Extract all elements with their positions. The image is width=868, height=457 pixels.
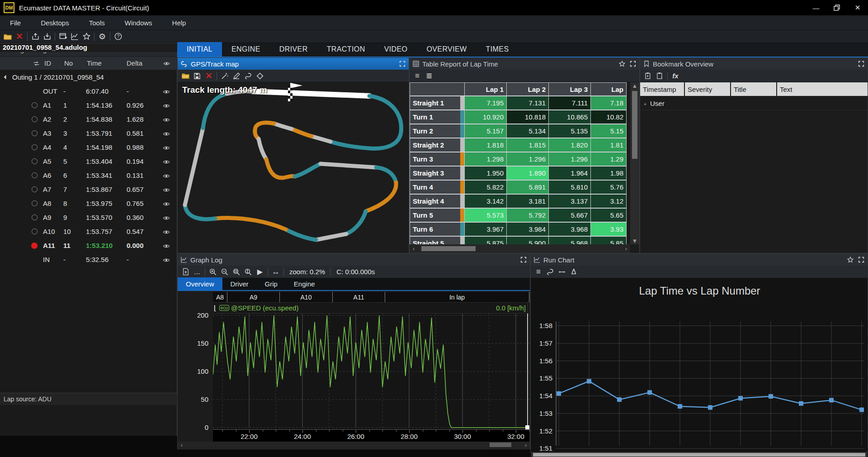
tab-initial[interactable]: INITIAL [177,42,222,57]
export-excel-button[interactable] [179,267,191,277]
sector-time-cell[interactable]: 1.296 [548,152,590,166]
lap-strip[interactable]: A8A9A10A11In lap [213,292,529,303]
menu-tools[interactable]: Tools [79,15,115,30]
sector-time-cell[interactable]: 5.134 [506,124,548,138]
add-window-button[interactable] [57,31,69,42]
sector-time-cell[interactable]: 3.12 [590,194,627,208]
visibility-eye-icon[interactable] [162,129,171,137]
lap-radio[interactable] [0,186,43,192]
sector-time-cell[interactable]: 3.93 [590,222,627,236]
group-expander-icon[interactable]: ▴ [640,101,650,106]
sector-time-cell[interactable]: 10.818 [506,110,548,124]
row-list-button[interactable]: ≡ [411,71,423,81]
sector-time-cell[interactable]: 10.920 [464,110,506,124]
log-row-a1[interactable]: A111:54.1360.926 [0,98,177,112]
log-row-a10[interactable]: A10101:53.7570.547 [0,224,177,238]
help-button[interactable] [112,31,124,42]
sector-time-cell[interactable]: 3.968 [548,222,590,236]
log-row-out[interactable]: OUT-6:07.40- [0,84,177,98]
lap-radio[interactable] [0,102,43,108]
sector-time-cell[interactable]: 5.573 [464,208,506,222]
visibility-eye-icon[interactable] [162,227,171,235]
open-track-button[interactable] [179,71,191,81]
lap-radio[interactable] [0,200,43,206]
sector-time-cell[interactable]: 5.65 [590,208,627,222]
scrollbar-thumb[interactable] [421,246,476,251]
zoom-region-button[interactable] [231,267,242,277]
zoom-out-button[interactable] [219,267,231,277]
log-row-a3[interactable]: A331:53.7910.581 [0,126,177,140]
close-log-button[interactable]: ✕ [14,31,25,42]
sector-time-cell[interactable]: 3.181 [506,194,548,208]
bm-col-timestamp[interactable]: Timestamp [640,82,684,96]
more-options-button[interactable]: ... [191,267,203,277]
sector-time-cell[interactable]: 10.82 [590,110,627,124]
col-id[interactable]: ID [43,59,64,67]
sector-time-cell[interactable]: 1.950 [464,166,506,180]
bm-col-title[interactable]: Title [731,82,776,96]
sector-time-cell[interactable]: 1.818 [464,138,506,152]
lasso-select-button[interactable] [242,71,254,81]
sector-time-cell[interactable]: 5.157 [464,124,506,138]
link-cursor-button[interactable] [556,267,568,277]
lap-radio[interactable] [0,130,43,136]
menu-desktops[interactable]: Desktops [31,15,79,30]
sector-time-cell[interactable]: 1.81 [590,138,627,152]
menu-windows[interactable]: Windows [115,15,162,30]
lap-table-hscrollbar[interactable]: ‹ › [410,244,630,253]
lap-table-vscrollbar[interactable]: ▲ ▼ [630,82,639,244]
visibility-eye-icon[interactable] [162,157,171,165]
visibility-eye-icon[interactable] [162,255,171,263]
sector-label[interactable]: Straight 1 [410,96,460,110]
lasso-select-button[interactable] [544,267,556,277]
sector-time-cell[interactable]: 5.810 [548,180,590,194]
sort-rows-button[interactable]: ≣ [423,71,435,81]
sector-label[interactable]: Straight 5 [410,236,460,244]
sector-time-cell[interactable]: 5.85 [590,236,627,244]
fit-width-button[interactable]: ↔ [270,267,282,277]
bookmark-header[interactable]: Bookmark Overview [640,58,868,70]
bookmark-group-row[interactable]: ▴ User [640,97,868,110]
log-row-a7[interactable]: A771:53.8670.657 [0,182,177,196]
sector-label[interactable]: Turn 3 [410,152,460,166]
save-track-button[interactable] [191,71,203,81]
scroll-down-icon[interactable]: ▼ [631,238,639,244]
expand-icon[interactable] [858,256,865,263]
sector-label[interactable]: Turn 4 [410,180,460,194]
lap-radio[interactable] [0,214,43,220]
log-row-in[interactable]: IN-5:32.56- [0,252,177,267]
sector-time-cell[interactable]: 7.195 [464,96,506,110]
col-header-lap1[interactable]: Lap 1 [464,82,506,96]
sector-time-cell[interactable]: 1.29 [590,152,627,166]
visibility-column-icon[interactable] [162,59,171,67]
swap-icon[interactable] [33,59,43,67]
import-button[interactable] [41,31,53,42]
graph-tab-overview[interactable]: Overview [178,277,222,290]
lap-strip-a10[interactable]: A10 [280,292,333,302]
tab-traction[interactable]: TRACTION [317,42,375,57]
minimize-button[interactable]: — [806,0,826,15]
export-button[interactable] [29,31,41,42]
tab-overview[interactable]: OVERVIEW [417,42,476,57]
col-header-lap4[interactable]: Lap [590,82,627,96]
sector-time-cell[interactable]: 1.964 [548,166,590,180]
restore-button[interactable] [826,0,847,15]
lap-radio[interactable] [0,144,43,150]
graph-log-scrollbar[interactable]: ‹ › [178,442,530,448]
signal-legend[interactable]: ⌊ ecu @SPEED (ecu.speed) 0.0 [km/h] [213,303,529,314]
graph-tab-grip[interactable]: Grip [257,277,286,290]
settings-button[interactable]: ⚙ [96,31,108,42]
expand-icon[interactable] [399,60,406,67]
bm-col-text[interactable]: Text [777,82,868,96]
sector-time-cell[interactable]: 5.667 [548,208,590,222]
scrollbar-thumb[interactable] [533,453,865,457]
series-list-button[interactable]: ≡ [533,267,544,277]
log-row-a4[interactable]: A441:54.1980.988 [0,140,177,154]
sector-time-cell[interactable]: 3.967 [464,222,506,236]
sector-time-cell[interactable]: 3.137 [548,194,590,208]
open-log-button[interactable] [2,31,14,42]
auto-sectors-button[interactable] [219,71,231,81]
sector-time-cell[interactable]: 7.131 [506,96,548,110]
sector-label[interactable]: Turn 6 [410,222,460,236]
sector-label[interactable]: Turn 5 [410,208,460,222]
